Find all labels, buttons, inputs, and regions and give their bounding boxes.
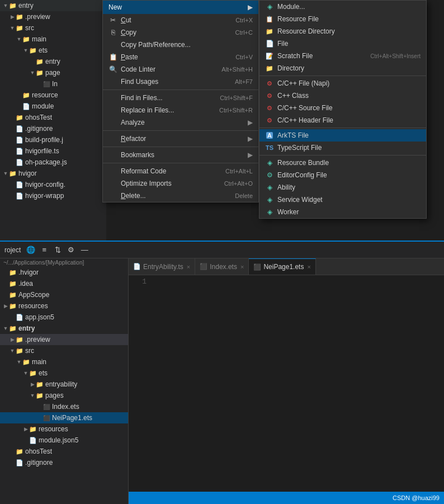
tree-item[interactable]: 📄 build-profile.j — [0, 134, 106, 145]
submenu-label: Resource Bundle — [277, 159, 421, 167]
menu-item[interactable]: Refactor ▶ — [103, 133, 258, 145]
tree-item[interactable]: ▼ 📁 main — [0, 356, 128, 368]
tree-label: hvigor — [18, 169, 37, 177]
menu-item[interactable]: 📋 Paste Ctrl+V — [103, 51, 258, 63]
submenu-item[interactable]: ⚙ C/C++ Header File — [259, 114, 426, 126]
menu-item[interactable]: Analyze ▶ — [103, 116, 258, 129]
tree-item[interactable]: ▼ 📁 hvigor — [0, 168, 106, 179]
tree-item[interactable]: ▶ 📁 .preview — [0, 11, 106, 22]
tree-item[interactable]: ▶ 📁 resources — [0, 423, 128, 435]
top-half: ▼ 📁 entry ▶ 📁 .preview ▼ 📁 src ▼ 📁 main … — [0, 0, 444, 241]
tab-close[interactable]: × — [187, 263, 190, 270]
menu-item[interactable]: Find Usages Alt+F7 — [103, 76, 258, 88]
submenu-item[interactable]: ◈ Module... — [259, 1, 426, 13]
tree-label: .hvigor — [18, 269, 39, 276]
editor-tab[interactable]: ⬛ Index.ets × — [195, 258, 249, 275]
tree-item[interactable]: 📁 entry — [0, 56, 106, 67]
tree-item[interactable]: 📄 .gitignore — [0, 457, 128, 468]
tree-item[interactable]: ⬛ In — [0, 78, 106, 90]
tree-item[interactable]: 📄 module.json5 — [0, 435, 128, 446]
tree-item[interactable]: 📄 app.json5 — [0, 312, 128, 323]
file-icon: 📁 — [16, 114, 23, 121]
tree-item[interactable]: ▼ 📁 entry — [0, 323, 128, 334]
file-icon: 📁 — [16, 448, 23, 455]
submenu-item[interactable]: ⚙ C++ Class — [259, 90, 426, 102]
submenu-item[interactable]: ◈ Resource Bundle — [259, 157, 426, 169]
tree-item[interactable]: ▶ 📁 .preview — [0, 334, 128, 345]
tree-item[interactable]: ▼ 📁 src — [0, 22, 106, 34]
menu-item[interactable]: Replace in Files... Ctrl+Shift+R — [103, 104, 258, 116]
submenu-item[interactable]: A ArkTS File — [259, 129, 426, 142]
submenu-item[interactable]: ◈ Ability — [259, 181, 426, 194]
menu-item[interactable]: Reformat Code Ctrl+Alt+L — [103, 165, 258, 177]
settings-icon[interactable]: ⚙ — [65, 244, 77, 256]
tree-label: module.json5 — [39, 436, 78, 444]
tree-item[interactable]: 📁 resource — [0, 90, 106, 101]
editor-tab[interactable]: ⬛ NeiPage1.ets × — [249, 258, 315, 275]
tree-label: main — [32, 35, 46, 43]
editor-tab[interactable]: 📄 EntryAbility.ts × — [129, 258, 195, 275]
tree-item[interactable]: ▼ 📁 pages — [0, 390, 128, 401]
tree-item[interactable]: 📄 hvigorfile.ts — [0, 145, 106, 157]
tree-item[interactable]: ▼ 📁 entry — [0, 0, 106, 11]
tree-item[interactable]: ▼ 📁 page — [0, 67, 106, 78]
menu-item[interactable]: ⎘ Copy Ctrl+C — [103, 26, 258, 39]
tree-item[interactable]: 📄 .gitignore — [0, 123, 106, 134]
tree-item[interactable]: ▼ 📁 ets — [0, 368, 128, 379]
sort-icon[interactable]: ⇅ — [52, 244, 63, 256]
tree-item[interactable]: ⬛ NeiPage1.ets — [0, 412, 128, 423]
tree-item[interactable]: ▼ 📁 main — [0, 34, 106, 45]
menu-item[interactable]: 🔍 Code Linter Alt+Shift+H — [103, 63, 258, 76]
tree-item[interactable]: 📄 module — [0, 101, 106, 112]
submenu-item[interactable]: TS TypeScript File — [259, 142, 426, 154]
tree-item[interactable]: 📁 AppScope — [0, 289, 128, 300]
status-text: CSDN @huazi99 — [393, 494, 440, 501]
submenu-item[interactable]: ⚙ C/C++ File (Napi) — [259, 77, 426, 90]
tree-label: resources — [18, 302, 48, 310]
submenu-item[interactable]: 📝 Scratch File Ctrl+Alt+Shift+Insert — [259, 50, 426, 62]
file-icon: 📁 — [36, 58, 44, 65]
submenu-item[interactable]: 📄 File — [259, 37, 426, 50]
tree-item[interactable]: 📄 hvigor-wrapp — [0, 190, 106, 201]
tree-item[interactable]: ▼ 📁 src — [0, 345, 128, 356]
tree-item[interactable]: 📁 .hvigor — [0, 267, 128, 278]
new-menu-item[interactable]: New▶ — [103, 1, 258, 14]
tab-close[interactable]: × — [240, 263, 244, 270]
menu-icon — [108, 40, 117, 49]
submenu-item[interactable]: 📁 Directory — [259, 62, 426, 74]
tree-item[interactable]: 📄 oh-package.js — [0, 157, 106, 168]
submenu-item[interactable]: ◈ Service Widget — [259, 194, 426, 206]
menu-item[interactable]: ✂ Cut Ctrl+X — [103, 14, 258, 26]
tree-label: .preview — [25, 13, 50, 21]
minimize-icon[interactable]: — — [79, 244, 90, 256]
submenu-item[interactable]: 📁 Resource Directory — [259, 25, 426, 37]
menu-item[interactable]: Delete... Delete — [103, 190, 258, 202]
tree-arrow: ▶ — [9, 14, 16, 20]
tree-item[interactable]: 📁 ohosTest — [0, 112, 106, 123]
submenu-item[interactable]: ⚙ C/C++ Source File — [259, 102, 426, 114]
menu-item[interactable]: Optimize Imports Ctrl+Alt+O — [103, 177, 258, 190]
submenu-item[interactable]: ⚙ EditorConfig File — [259, 169, 426, 181]
menu-item[interactable]: Bookmarks ▶ — [103, 149, 258, 161]
tree-item[interactable]: ▶ 📁 entryability — [0, 379, 128, 390]
menu-item[interactable]: Find in Files... Ctrl+Shift+F — [103, 92, 258, 104]
tree-label: ets — [39, 369, 48, 377]
tree-item[interactable]: ⬛ Index.ets — [0, 401, 128, 412]
submenu-item[interactable]: ◈ Worker — [259, 206, 426, 218]
submenu-item[interactable]: 📋 Resource File — [259, 13, 426, 25]
submenu-icon: ⚙ — [265, 116, 274, 125]
globe-icon[interactable]: 🌐 — [25, 244, 36, 256]
tree-item[interactable]: ▼ 📁 ets — [0, 45, 106, 56]
tab-close[interactable]: × — [307, 263, 310, 270]
menu-icon — [108, 150, 117, 159]
submenu-icon: ◈ — [265, 195, 274, 204]
tree-item[interactable]: 📄 hvigor-config. — [0, 179, 106, 190]
tree-item[interactable]: 📁 .idea — [0, 278, 128, 289]
submenu-label: Service Widget — [277, 196, 421, 204]
tree-item[interactable]: ▶ 📁 resources — [0, 300, 128, 312]
tree-item[interactable]: 📁 ohosTest — [0, 446, 128, 457]
menu-item[interactable]: Copy Path/Reference... — [103, 39, 258, 51]
file-icon: 📁 — [9, 302, 17, 310]
list-icon[interactable]: ≡ — [39, 244, 50, 256]
shortcut: Alt+Shift+H — [221, 66, 253, 73]
